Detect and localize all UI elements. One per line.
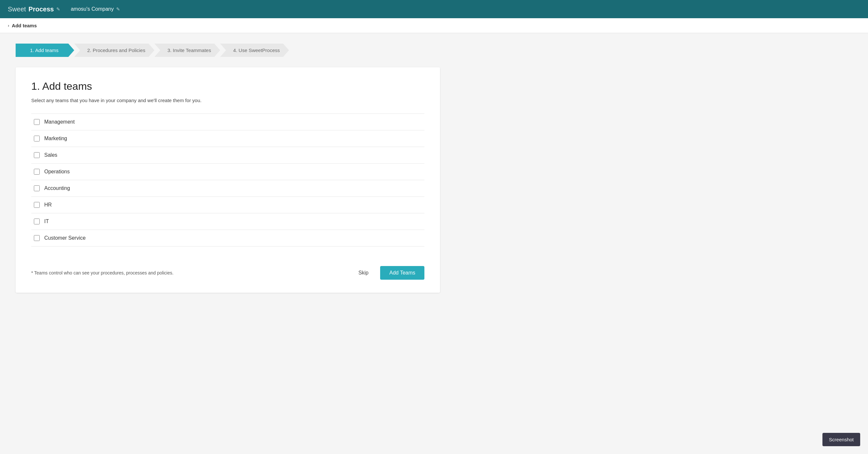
wizard-step-4[interactable]: 4. Use SweetProcess (220, 43, 289, 57)
label-sales[interactable]: Sales (44, 152, 57, 158)
main-card: 1. Add teams Select any teams that you h… (16, 67, 440, 293)
wizard-step-2-label: 2. Procedures and Policies (87, 47, 145, 53)
add-teams-button[interactable]: Add Teams (380, 266, 425, 280)
company-edit-icon[interactable]: ✎ (116, 6, 120, 12)
breadcrumb-chevron: › (8, 23, 9, 28)
checkbox-sales[interactable] (34, 152, 40, 158)
checkbox-operations[interactable] (34, 169, 40, 175)
checkbox-it[interactable] (34, 219, 40, 224)
wizard-steps: 1. Add teams 2. Procedures and Policies … (16, 43, 440, 57)
breadcrumb-label: Add teams (12, 23, 37, 28)
screenshot-button[interactable]: Screenshot (823, 433, 860, 446)
card-subtitle: Select any teams that you have in your c… (31, 98, 425, 103)
main-content: 1. Add teams 2. Procedures and Policies … (0, 33, 456, 303)
card-title: 1. Add teams (31, 80, 425, 92)
app-logo: SweetProcess ✎ (8, 5, 60, 13)
footer-note: * Teams control who can see your procedu… (31, 270, 174, 275)
wizard-step-4-label: 4. Use SweetProcess (233, 47, 280, 53)
wizard-step-3-label: 3. Invite Teammates (167, 47, 211, 53)
wizard-step-1-label: 1. Add teams (30, 47, 59, 53)
logo-edit-icon[interactable]: ✎ (56, 6, 60, 12)
list-item: Operations (31, 164, 425, 180)
label-marketing[interactable]: Marketing (44, 136, 67, 141)
list-item: Customer Service (31, 230, 425, 247)
list-item: Sales (31, 147, 425, 164)
label-customer-service[interactable]: Customer Service (44, 235, 86, 241)
breadcrumb: › Add teams (0, 18, 868, 33)
label-it[interactable]: IT (44, 219, 49, 224)
list-item: Management (31, 114, 425, 130)
company-name-text: amosu's Company (71, 6, 114, 12)
wizard-step-2[interactable]: 2. Procedures and Policies (74, 43, 154, 57)
list-item: IT (31, 213, 425, 230)
checkbox-management[interactable] (34, 119, 40, 125)
checkbox-marketing[interactable] (34, 136, 40, 141)
label-hr[interactable]: HR (44, 202, 52, 208)
company-name-container: amosu's Company ✎ (71, 6, 120, 12)
wizard-step-3[interactable]: 3. Invite Teammates (154, 43, 220, 57)
list-item: HR (31, 197, 425, 213)
checkbox-accounting[interactable] (34, 185, 40, 191)
list-item: Marketing (31, 130, 425, 147)
skip-button[interactable]: Skip (353, 267, 374, 279)
list-item: Accounting (31, 180, 425, 197)
label-management[interactable]: Management (44, 119, 74, 125)
app-header: SweetProcess ✎ amosu's Company ✎ (0, 0, 868, 18)
logo-process: Process (29, 5, 54, 13)
label-operations[interactable]: Operations (44, 169, 70, 175)
logo-sweet: Sweet (8, 5, 26, 13)
label-accounting[interactable]: Accounting (44, 185, 70, 191)
card-footer: * Teams control who can see your procedu… (31, 260, 425, 280)
wizard-step-1[interactable]: 1. Add teams (16, 43, 74, 57)
checkbox-customer-service[interactable] (34, 235, 40, 241)
team-list: ManagementMarketingSalesOperationsAccoun… (31, 114, 425, 247)
checkbox-hr[interactable] (34, 202, 40, 208)
